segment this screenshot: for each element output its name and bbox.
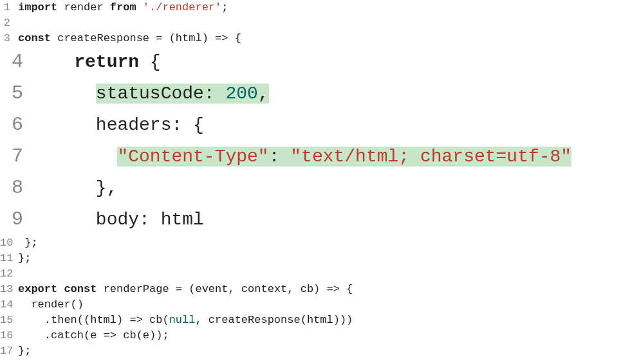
code-content: export const renderPage = (event, contex… <box>18 282 353 297</box>
code-content: .then((html) => cb(null, createResponse(… <box>18 313 353 328</box>
code-line: 5 statusCode: 200, <box>0 78 630 109</box>
line-number: 8 <box>0 172 31 203</box>
null-literal: null <box>169 314 196 326</box>
code-content: statusCode: 200, <box>31 78 269 109</box>
code-line: 6 headers: { <box>0 109 630 141</box>
line-number: 13 <box>0 282 18 297</box>
line-number: 9 <box>0 204 31 235</box>
code-content: }, <box>31 173 117 204</box>
line-number: 2 <box>0 15 18 31</box>
keyword-from: from <box>110 1 136 14</box>
line-number: 1 <box>0 0 18 15</box>
code-line: 17 }; <box>0 343 630 359</box>
code-content: }; <box>18 251 31 266</box>
highlight: statusCode: 200, <box>96 84 269 104</box>
code-content: import render from './renderer'; <box>18 0 228 15</box>
code-content: }; <box>18 235 38 251</box>
code-content: "Content-Type": "text/html; charset=utf-… <box>31 141 571 172</box>
code-line: 16 .catch(e => cb(e)); <box>0 328 630 343</box>
code-content: .catch(e => cb(e)); <box>18 328 169 343</box>
code-content: return { <box>31 47 161 78</box>
code-content: }; <box>18 343 31 359</box>
keyword-const: const <box>64 283 97 295</box>
keyword-import: import <box>18 1 57 14</box>
line-number: 10 <box>0 235 18 251</box>
code-content: headers: { <box>31 110 204 141</box>
code-content: body: html <box>31 205 204 235</box>
code-line: 10 }; <box>0 235 630 251</box>
keyword-export: export <box>18 283 57 295</box>
line-number: 15 <box>0 313 18 328</box>
code-line: 11 }; <box>0 251 630 266</box>
code-line: 7 "Content-Type": "text/html; charset=ut… <box>0 141 630 172</box>
code-line: 1 import render from './renderer'; <box>0 0 630 15</box>
code-line: 2 <box>0 15 630 31</box>
code-line: 8 }, <box>0 172 630 204</box>
code-line: 3 const createResponse = (html) => { <box>0 31 630 46</box>
number-literal: 200 <box>225 84 257 104</box>
string-literal: "Content-Type" <box>117 147 268 167</box>
line-number: 5 <box>0 78 31 109</box>
keyword-const: const <box>18 32 51 44</box>
line-number: 12 <box>0 266 18 282</box>
code-line: 13 export const renderPage = (event, con… <box>0 282 630 297</box>
highlight: "Content-Type": "text/html; charset=utf-… <box>117 147 571 167</box>
line-number: 16 <box>0 328 18 343</box>
line-number: 4 <box>0 46 31 77</box>
code-line: 9 body: html <box>0 204 630 235</box>
code-line: 14 render() <box>0 297 630 313</box>
keyword-return: return <box>74 52 139 72</box>
string-literal: './renderer' <box>136 1 222 14</box>
line-number: 11 <box>0 251 18 266</box>
code-line: 15 .then((html) => cb(null, createRespon… <box>0 313 630 328</box>
line-number: 6 <box>0 109 31 140</box>
line-number: 7 <box>0 141 31 172</box>
line-number: 3 <box>0 31 18 46</box>
string-literal: "text/html; charset=utf-8" <box>290 147 571 167</box>
code-line: 12 <box>0 266 630 282</box>
line-number: 17 <box>0 343 18 359</box>
line-number: 14 <box>0 297 18 313</box>
code-block: 1 import render from './renderer'; 2 3 c… <box>0 0 630 359</box>
code-content: const createResponse = (html) => { <box>18 31 241 46</box>
code-content: render() <box>18 297 84 313</box>
code-line: 4 return { <box>0 46 630 78</box>
